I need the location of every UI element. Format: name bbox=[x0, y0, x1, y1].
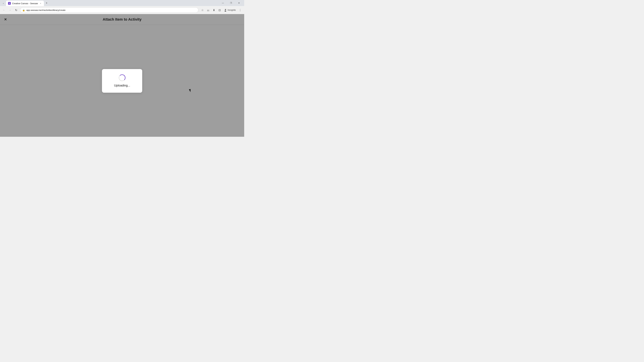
restore-button[interactable]: ❐ bbox=[227, 0, 235, 6]
bookmark-button[interactable]: ☆ bbox=[200, 7, 205, 13]
back-button[interactable]: ← bbox=[1, 7, 7, 13]
window-controls: — ❐ ✕ bbox=[219, 0, 243, 6]
browser-frame: ⌄ S Creative Canvas - Seesaw × + — ❐ ✕ ←… bbox=[0, 0, 244, 137]
uploading-label: Uploading... bbox=[114, 84, 130, 87]
tab-list-button[interactable]: ⌄ bbox=[1, 1, 5, 5]
address-lock-icon: 🔒 bbox=[22, 9, 25, 11]
minimize-button[interactable]: — bbox=[219, 0, 227, 6]
address-input[interactable] bbox=[26, 9, 196, 11]
reload-button[interactable]: ↻ bbox=[14, 7, 19, 13]
tab-close-button[interactable]: × bbox=[39, 2, 42, 5]
download-button[interactable]: ⬇ bbox=[211, 7, 216, 13]
toolbar-actions: ☆ ⚏ ⬇ ⊡ Incognito ⋮ bbox=[200, 7, 243, 13]
incognito-badge[interactable]: Incognito bbox=[222, 7, 237, 13]
page-title: Attach Item to Activity bbox=[103, 17, 142, 22]
address-bar[interactable]: 🔒 bbox=[20, 7, 198, 13]
incognito-icon bbox=[224, 8, 227, 11]
mouse-cursor bbox=[189, 89, 191, 92]
tab-favicon: S bbox=[8, 2, 11, 5]
tab-title: Creative Canvas - Seesaw bbox=[12, 2, 38, 5]
split-screen-button[interactable]: ⊡ bbox=[217, 7, 222, 13]
menu-button[interactable]: ⋮ bbox=[238, 7, 243, 13]
page-header: ✕ Attach Item to Activity bbox=[0, 14, 244, 25]
close-page-button[interactable]: ✕ bbox=[3, 17, 8, 22]
page-main: Uploading... bbox=[0, 25, 244, 137]
new-tab-button[interactable]: + bbox=[44, 1, 49, 5]
svg-point-2 bbox=[226, 9, 226, 9]
browser-tab[interactable]: S Creative Canvas - Seesaw × bbox=[6, 1, 44, 6]
page-content: ✕ Attach Item to Activity Uploading... bbox=[0, 14, 244, 137]
loading-spinner bbox=[119, 74, 126, 81]
close-window-button[interactable]: ✕ bbox=[235, 0, 243, 6]
forward-button[interactable]: → bbox=[8, 7, 13, 13]
extensions-button[interactable]: ⚏ bbox=[206, 7, 211, 13]
svg-point-1 bbox=[224, 10, 226, 11]
upload-dialog: Uploading... bbox=[102, 69, 142, 93]
toolbar: ← → ↻ 🔒 ☆ ⚏ ⬇ ⊡ Incognito ⋮ bbox=[0, 6, 244, 14]
svg-point-0 bbox=[225, 9, 226, 10]
title-bar: ⌄ S Creative Canvas - Seesaw × + — ❐ ✕ bbox=[0, 0, 244, 6]
